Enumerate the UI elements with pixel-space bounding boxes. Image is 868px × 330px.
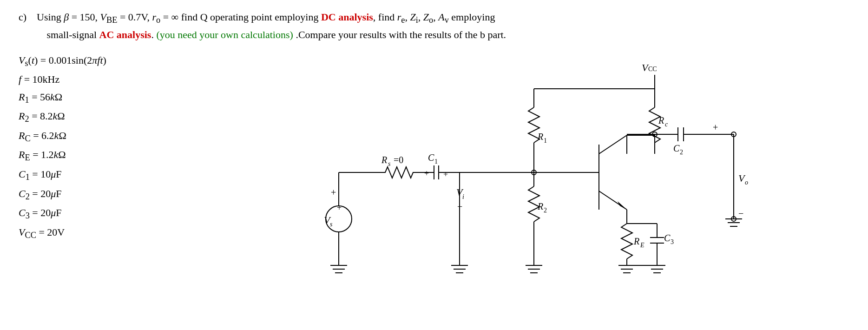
vo-sub: o	[745, 179, 748, 186]
header-indent	[19, 29, 44, 40]
c1-sub: 1	[434, 158, 438, 165]
circuit-svg: text { font-family: 'Times New Roman', T…	[153, 52, 849, 312]
vo-minus: −	[738, 208, 743, 218]
re-sub: E	[640, 242, 644, 249]
r1-sub: 1	[544, 137, 547, 144]
r1-label: R	[537, 132, 543, 142]
vs-plus-label: +	[331, 187, 336, 198]
param-re: RE = 1.2kΩ	[19, 146, 139, 165]
ac-analysis-label: AC analysis	[99, 29, 151, 40]
re-label: R	[633, 236, 639, 246]
r2-label: R	[537, 201, 543, 211]
rc-label: R	[658, 115, 664, 125]
header-line2: small-signal AC analysis. (you need your…	[47, 29, 506, 40]
c1-label: C	[428, 152, 434, 163]
r2-sub: 2	[544, 207, 547, 214]
param-f: f = 10kHz	[19, 71, 139, 88]
rs-sub: s	[388, 160, 391, 167]
param-r2: R2 = 8.2kΩ	[19, 107, 139, 127]
c1-plus: +	[443, 170, 448, 179]
dc-analysis-label: DC analysis	[321, 11, 373, 23]
label-c: c)	[19, 11, 34, 23]
rs-resistor	[381, 167, 422, 178]
c3-sub: 3	[671, 238, 674, 245]
param-c1: C1 = 10μF	[19, 165, 139, 185]
params-list: Vs(t) = 0.001sin(2πft) f = 10kHz R1 = 56…	[19, 52, 139, 243]
page: c) Using β = 150, VBE = 0.7V, ro = ∞ fin…	[0, 0, 868, 330]
content-area: Vs(t) = 0.001sin(2πft) f = 10kHz R1 = 56…	[19, 52, 849, 312]
re-resistor	[621, 224, 632, 259]
vcc-sub: CC	[648, 66, 657, 73]
c3-label: C	[664, 233, 671, 243]
header-text: c) Using β = 150, VBE = 0.7V, ro = ∞ fin…	[19, 9, 849, 42]
c2-plus: +	[713, 122, 718, 132]
c2-label: C	[673, 143, 680, 153]
vs-plus-inner: +	[337, 203, 342, 212]
param-rc: RC = 6.2kΩ	[19, 127, 139, 146]
vs-sub: s	[330, 221, 333, 228]
param-c3: C3 = 20μF	[19, 204, 139, 224]
param-vs: Vs(t) = 0.001sin(2πft)	[19, 52, 139, 71]
c2-sub: 2	[680, 149, 683, 156]
vi-sub: i	[462, 193, 464, 200]
rs-label: R	[381, 155, 387, 165]
circuit-diagram: text { font-family: 'Times New Roman', T…	[153, 52, 849, 312]
c1-plus-left: +	[424, 169, 429, 178]
param-r1: R1 = 56kΩ	[19, 88, 139, 108]
rc-sub: c	[665, 121, 668, 128]
own-calc-label: (you need your own calculations)	[156, 29, 293, 40]
param-c2: C2 = 20μF	[19, 185, 139, 205]
bjt-collector-line	[599, 135, 627, 154]
rs-eq: =0	[394, 155, 403, 165]
param-vcc: VCC = 20V	[19, 224, 139, 243]
header-line1: Using β = 150, VBE = 0.7V, ro = ∞ find Q…	[37, 11, 495, 23]
